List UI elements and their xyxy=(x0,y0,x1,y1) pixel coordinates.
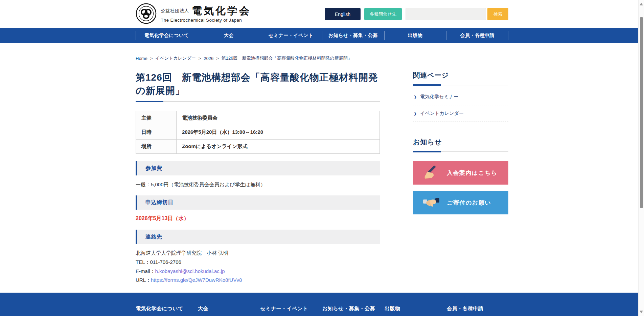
nav-item-news[interactable]: お知らせ・募集・公募 xyxy=(322,28,384,43)
footer-nav-news[interactable]: お知らせ・募集・公募 xyxy=(322,306,384,312)
datetime-value: 2026年5月20日（水）13:00～16:20 xyxy=(177,125,380,140)
related-heading-underline xyxy=(413,85,508,85)
organizer-label: 主催 xyxy=(136,111,177,125)
url-label: URL： xyxy=(136,277,151,283)
sidebar-link-event-calendar[interactable]: ❯ イベントカレンダー xyxy=(413,105,508,122)
main-content: 第126回 新電池構想部会「高容量酸化物正極材料開発の新展開」 主催 電池技術委… xyxy=(136,71,380,285)
site-logo[interactable]: 公益社団法人 電気化学会 The Electrochemical Society… xyxy=(136,3,251,25)
table-row: 日時 2026年5月20日（水）13:00～16:20 xyxy=(136,125,380,140)
email-link[interactable]: h.kobayashi@sci.hokudai.ac.jp xyxy=(155,268,225,274)
deadline-section-header: 申込締切日 xyxy=(136,195,380,210)
breadcrumb-current-page: 第126回 新電池構想部会「高容量酸化物正極材料開発の新展開」 xyxy=(222,55,352,61)
breadcrumb-event-calendar[interactable]: イベントカレンダー xyxy=(155,55,196,61)
contact-info: 北海道大学大学院理学研究院 小林 弘明 TEL：011-706-2706 E-m… xyxy=(136,249,380,285)
event-info-table: 主催 電池技術委員会 日時 2026年5月20日（水）13:00～16:20 場… xyxy=(136,111,380,154)
site-header: 公益社団法人 電気化学会 The Electrochemical Society… xyxy=(0,0,644,28)
news-heading-underline xyxy=(413,151,508,152)
footer-nav-publications[interactable]: 出版物 xyxy=(384,306,446,312)
breadcrumb-separator: > xyxy=(150,56,153,61)
nav-item-membership[interactable]: 会員・各種申請 xyxy=(446,28,508,43)
donation-banner-label: ご寄付のお願い xyxy=(447,199,491,207)
society-emblem-icon xyxy=(136,3,157,25)
membership-banner[interactable]: 入会案内はこちら xyxy=(413,161,508,185)
chevron-right-icon: ❯ xyxy=(414,95,417,99)
scroll-up-arrow-icon[interactable] xyxy=(640,3,643,5)
fee-section-heading: 参加費 xyxy=(145,165,162,172)
nav-item-seminars[interactable]: セミナー・イベント xyxy=(260,28,322,43)
footer-nav-about[interactable]: 電気化学会について xyxy=(136,306,197,312)
deadline-date: 2026年5月13日（水） xyxy=(136,215,380,222)
english-button[interactable]: English xyxy=(325,8,361,20)
contact-section-header: 連絡先 xyxy=(136,230,380,244)
footer-nav-meetings[interactable]: 大会 xyxy=(197,306,259,312)
contact-url-line: URL：https://forms.gle/QeJW7DuwRKo8fUVv8 xyxy=(136,276,380,285)
search-box: 検索 xyxy=(406,8,508,20)
main-navigation: 電気化学会について 大会 セミナー・イベント お知らせ・募集・公募 出版物 会員… xyxy=(0,28,644,43)
vertical-scrollbar[interactable] xyxy=(638,0,644,316)
donation-banner[interactable]: ご寄付のお願い xyxy=(413,191,508,214)
org-type-label: 公益社団法人 xyxy=(161,8,189,16)
related-pages-heading: 関連ページ xyxy=(413,71,508,80)
scrollbar-thumb[interactable] xyxy=(640,17,643,208)
nav-item-about[interactable]: 電気化学会について xyxy=(136,28,198,43)
table-row: 主催 電池技術委員会 xyxy=(136,111,380,125)
handshake-icon xyxy=(422,195,440,210)
org-name: 電気化学会 xyxy=(192,6,251,16)
tel-number: 011-706-2706 xyxy=(150,259,181,265)
nav-separator xyxy=(508,31,508,40)
registration-url-link[interactable]: https://forms.gle/QeJW7DuwRKo8fUVv8 xyxy=(151,277,242,283)
breadcrumb: Home > イベントカレンダー > 2026 > 第126回 新電池構想部会「… xyxy=(136,55,508,61)
contact-email-line: E-mail：h.kobayashi@sci.hokudai.ac.jp xyxy=(136,267,380,276)
breadcrumb-home[interactable]: Home xyxy=(136,56,147,61)
breadcrumb-year[interactable]: 2026 xyxy=(204,56,213,61)
email-label: E-mail： xyxy=(136,268,155,274)
table-row: 場所 Zoomによるオンライン形式 xyxy=(136,140,380,154)
sidebar: 関連ページ ❯ 電気化学セミナー ❯ イベントカレンダー お知らせ xyxy=(413,71,508,285)
contact-affiliation: 北海道大学大学院理学研究院 小林 弘明 xyxy=(136,249,380,258)
contact-tel-line: TEL：011-706-2706 xyxy=(136,258,380,267)
search-button[interactable]: 検索 xyxy=(487,8,508,20)
contact-section-heading: 連絡先 xyxy=(145,233,162,240)
org-name-english: The Electrochemical Society of Japan xyxy=(161,18,251,23)
pen-writing-icon xyxy=(422,166,440,180)
footer-nav-seminars[interactable]: セミナー・イベント xyxy=(259,306,322,312)
search-input[interactable] xyxy=(406,8,486,20)
datetime-label: 日時 xyxy=(136,125,177,140)
sidebar-link-seminar[interactable]: ❯ 電気化学セミナー xyxy=(413,89,508,105)
footer-nav-membership[interactable]: 会員・各種申請 xyxy=(446,306,508,312)
nav-item-publications[interactable]: 出版物 xyxy=(384,28,446,43)
title-underline xyxy=(136,101,380,102)
page-title: 第126回 新電池構想部会「高容量酸化物正極材料開発の新展開」 xyxy=(136,71,380,97)
membership-banner-label: 入会案内はこちら xyxy=(447,169,498,177)
tel-label: TEL： xyxy=(136,259,150,265)
nav-item-meetings[interactable]: 大会 xyxy=(198,28,260,43)
venue-label: 場所 xyxy=(136,140,177,154)
inquiries-button[interactable]: 各種問合せ先 xyxy=(364,8,402,20)
venue-value: Zoomによるオンライン形式 xyxy=(177,140,380,154)
chevron-right-icon: ❯ xyxy=(414,111,417,116)
deadline-section-heading: 申込締切日 xyxy=(145,199,174,206)
breadcrumb-separator: > xyxy=(216,56,219,61)
related-link-label: 電気化学セミナー xyxy=(420,94,458,100)
organizer-value: 電池技術委員会 xyxy=(177,111,380,125)
scroll-down-arrow-icon[interactable] xyxy=(640,311,643,313)
news-heading: お知らせ xyxy=(413,138,508,147)
fee-section-header: 参加費 xyxy=(136,161,380,175)
related-links-list: ❯ 電気化学セミナー ❯ イベントカレンダー xyxy=(413,89,508,122)
breadcrumb-separator: > xyxy=(199,56,201,61)
fee-text: 一般：5,000円（電池技術委員会会員および学生は無料） xyxy=(136,182,380,188)
related-link-label: イベントカレンダー xyxy=(420,110,464,117)
site-footer: 電気化学会について 大会 セミナー・イベント お知らせ・募集・公募 出版物 会員… xyxy=(0,293,644,316)
